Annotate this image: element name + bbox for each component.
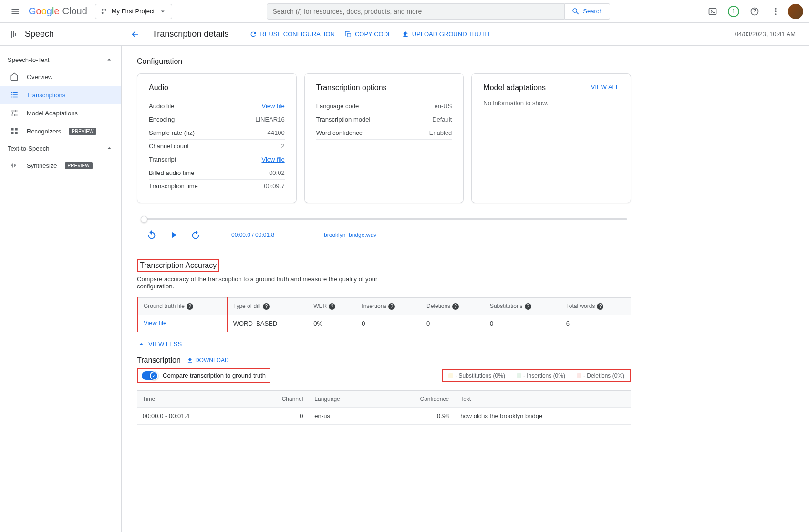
- svg-point-0: [101, 9, 103, 10]
- back-button[interactable]: [127, 27, 143, 42]
- hamburger-menu[interactable]: [6, 2, 25, 21]
- product-header: Speech: [0, 29, 122, 40]
- svg-point-1: [104, 9, 106, 10]
- svg-rect-11: [15, 33, 16, 36]
- sidebar-item-overview[interactable]: Overview: [0, 68, 121, 86]
- reuse-configuration-button[interactable]: REUSE CONFIGURATION: [249, 31, 335, 38]
- svg-rect-20: [15, 165, 16, 166]
- user-avatar[interactable]: [788, 4, 803, 19]
- sidebar-item-transcriptions[interactable]: Transcriptions: [0, 86, 121, 104]
- compare-toggle-label: Compare transcription to ground truth: [163, 372, 266, 379]
- notifications-badge[interactable]: 1: [725, 3, 742, 20]
- svg-rect-10: [13, 31, 14, 37]
- substitutions-swatch: [448, 373, 453, 378]
- configuration-title: Configuration: [137, 57, 631, 66]
- transcript-file-link[interactable]: View file: [261, 156, 284, 163]
- ground-truth-file-link[interactable]: View file: [144, 319, 166, 327]
- svg-rect-18: [12, 164, 13, 168]
- help-icon[interactable]: [746, 3, 763, 20]
- grid-icon: [10, 127, 19, 135]
- svg-rect-15: [11, 132, 13, 134]
- help-icon[interactable]: ?: [263, 303, 270, 310]
- sidebar-item-model-adaptations[interactable]: Model Adaptations: [0, 104, 121, 122]
- help-icon[interactable]: ?: [329, 303, 335, 310]
- speech-icon: [8, 29, 19, 40]
- view-less-button[interactable]: VIEW LESS: [137, 340, 631, 348]
- search-input[interactable]: [273, 8, 559, 15]
- home-icon: [10, 72, 19, 81]
- search-button[interactable]: Search: [565, 3, 610, 20]
- insertions-swatch: [517, 373, 521, 378]
- page-title: Transcription details: [152, 29, 228, 39]
- svg-point-6: [775, 10, 776, 12]
- help-icon[interactable]: ?: [525, 303, 531, 310]
- audio-file-link[interactable]: View file: [261, 102, 284, 110]
- rewind-button[interactable]: [146, 230, 157, 240]
- copy-code-button[interactable]: COPY CODE: [344, 31, 392, 38]
- svg-point-5: [775, 8, 776, 9]
- transcription-row[interactable]: 00:00.0 - 00:01.4 0 en-us 0.98 how old i…: [137, 407, 631, 424]
- sidebar-section-stt[interactable]: Speech-to-Text: [0, 51, 121, 68]
- preview-badge: PREVIEW: [65, 162, 93, 169]
- sidebar-item-recognizers[interactable]: Recognizers PREVIEW: [0, 122, 121, 140]
- help-icon[interactable]: ?: [187, 303, 193, 310]
- diff-legend: - Substitutions (0%) - Insertions (0%) -…: [448, 372, 624, 379]
- more-options-icon[interactable]: [767, 3, 784, 20]
- svg-rect-19: [14, 164, 15, 167]
- svg-rect-8: [10, 32, 10, 36]
- cloud-shell-icon[interactable]: [704, 3, 721, 20]
- project-selector[interactable]: My First Project: [95, 4, 172, 19]
- player-track[interactable]: [141, 218, 627, 220]
- tune-icon: [10, 109, 19, 117]
- preview-badge: PREVIEW: [69, 128, 96, 135]
- svg-point-7: [775, 13, 776, 15]
- svg-rect-17: [11, 165, 12, 166]
- play-button[interactable]: [168, 230, 179, 240]
- list-icon: [10, 91, 19, 99]
- deletions-swatch: [577, 373, 581, 378]
- svg-point-2: [101, 12, 103, 14]
- chevron-up-icon: [105, 144, 114, 153]
- project-name: My First Project: [112, 8, 155, 15]
- accuracy-description: Compare accuracy of the transcription to…: [137, 276, 385, 290]
- svg-rect-12: [347, 33, 351, 37]
- upload-ground-truth-button[interactable]: UPLOAD GROUND TRUTH: [402, 31, 489, 38]
- accuracy-row: View file WORD_BASED 0% 0 0 0 6: [137, 315, 631, 332]
- sidebar: Speech-to-Text Overview Transcriptions M…: [0, 46, 122, 532]
- svg-rect-9: [11, 31, 12, 38]
- accuracy-title: Transcription Accuracy: [140, 261, 217, 269]
- player-time: 00:00.0 / 00:01.8: [231, 232, 274, 238]
- help-icon[interactable]: ?: [388, 303, 395, 310]
- view-all-link[interactable]: VIEW ALL: [591, 83, 619, 91]
- player-filename: brooklyn_bridge.wav: [324, 232, 376, 238]
- wave-icon: [10, 161, 19, 170]
- search-input-wrapper[interactable]: [267, 3, 565, 20]
- player-thumb[interactable]: [141, 216, 147, 223]
- help-icon[interactable]: ?: [597, 303, 603, 310]
- svg-rect-16: [15, 132, 18, 134]
- transcription-table: Time Channel Language Confidence Text 00…: [137, 390, 631, 425]
- sidebar-section-tts[interactable]: Text-to-Speech: [0, 140, 121, 156]
- svg-rect-14: [15, 128, 18, 130]
- timestamp: 04/03/2023, 10:41 AM: [735, 31, 796, 38]
- transcription-options-card: Transcription options Language codeen-US…: [304, 73, 464, 203]
- forward-button[interactable]: [190, 230, 201, 240]
- help-icon[interactable]: ?: [452, 303, 459, 310]
- audio-card: Audio Audio fileView file EncodingLINEAR…: [137, 73, 297, 203]
- model-adaptations-card: VIEW ALL Model adaptations No informatio…: [471, 73, 631, 203]
- audio-player: 00:00.0 / 00:01.8 brooklyn_bridge.wav: [141, 218, 627, 240]
- sidebar-item-synthesize[interactable]: Synthesize PREVIEW: [0, 156, 121, 174]
- google-cloud-logo[interactable]: Google Cloud: [29, 6, 87, 17]
- download-button[interactable]: DOWNLOAD: [187, 357, 229, 364]
- svg-rect-13: [11, 128, 13, 130]
- chevron-up-icon: [105, 55, 114, 64]
- transcription-title: Transcription: [137, 356, 181, 365]
- accuracy-table: Ground truth file? Type of diff? WER? In…: [137, 297, 631, 332]
- compare-toggle[interactable]: ✓: [142, 371, 158, 380]
